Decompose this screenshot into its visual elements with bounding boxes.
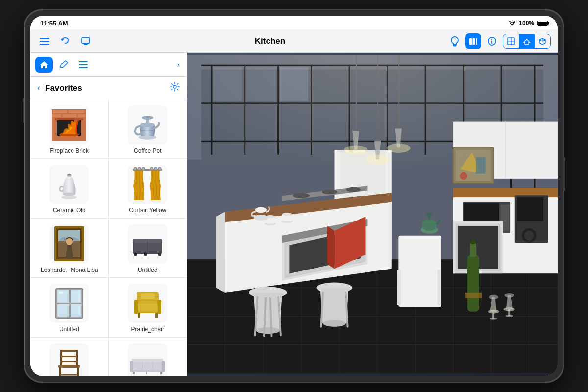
item-label: Ceramic Old xyxy=(53,207,86,214)
tab-list[interactable] xyxy=(74,57,92,73)
item-label: Untitled xyxy=(138,267,158,273)
svg-rect-211 xyxy=(467,254,479,311)
list-item[interactable]: Curtain Yellow xyxy=(109,159,187,218)
list-item[interactable]: Untitled xyxy=(30,278,109,337)
panel-header-title: Favorites xyxy=(45,83,170,93)
item-label: Coffee Pot xyxy=(134,147,161,154)
volume-button[interactable] xyxy=(23,98,24,122)
item-label: Curtain Yellow xyxy=(129,207,166,214)
tab-home[interactable] xyxy=(35,57,53,73)
items-grid: Fireplace Brick xyxy=(30,99,187,376)
display-button[interactable] xyxy=(78,34,93,49)
svg-point-33 xyxy=(61,196,77,199)
svg-rect-214 xyxy=(465,293,482,298)
battery-icon xyxy=(537,21,548,26)
svg-rect-210 xyxy=(438,270,441,305)
left-panel: › ‹ Favorites xyxy=(30,53,187,376)
battery-percent: 100% xyxy=(519,20,534,26)
floorplan-toggle[interactable] xyxy=(503,34,519,48)
svg-point-41 xyxy=(150,167,153,170)
svg-rect-7 xyxy=(476,38,477,45)
svg-point-43 xyxy=(158,167,161,170)
menu-button[interactable] xyxy=(37,34,52,49)
device-frame: 11:55 AM 100% xyxy=(24,10,564,382)
item-label: Untitled xyxy=(59,326,79,333)
svg-rect-86 xyxy=(60,374,78,376)
svg-point-197 xyxy=(256,327,280,334)
item-preview-sofa3x xyxy=(128,343,167,376)
svg-rect-99 xyxy=(146,372,147,374)
item-label: Prairie_chair xyxy=(131,326,164,333)
svg-rect-98 xyxy=(160,372,162,374)
svg-rect-71 xyxy=(157,300,161,314)
svg-rect-72 xyxy=(138,304,158,312)
page-title: Kitchen xyxy=(98,36,442,46)
svg-rect-4 xyxy=(82,38,90,43)
list-item[interactable]: Fireplace Brick xyxy=(30,99,109,159)
tab-edit[interactable] xyxy=(55,57,73,73)
svg-rect-22 xyxy=(52,114,61,117)
svg-rect-24 xyxy=(78,114,85,117)
svg-rect-23 xyxy=(63,114,76,117)
svg-point-222 xyxy=(504,293,514,298)
panel-header: ‹ Favorites xyxy=(30,77,187,99)
kitchen-3d-view[interactable] xyxy=(187,53,558,376)
svg-rect-91 xyxy=(153,362,162,370)
item-label: Fireplace Brick xyxy=(50,147,89,154)
list-item[interactable]: Prairie_chair xyxy=(109,278,187,337)
svg-rect-3 xyxy=(40,44,49,45)
svg-rect-92 xyxy=(133,359,142,362)
nav-left xyxy=(37,34,93,49)
home3d-toggle[interactable] xyxy=(519,34,535,48)
item-label: Leonardo - Mona Lisa xyxy=(41,267,98,273)
list-item[interactable]: Leonardo - Mona Lisa xyxy=(30,219,109,278)
power-button[interactable] xyxy=(563,157,565,191)
svg-rect-6 xyxy=(473,38,475,45)
box3d-toggle[interactable] xyxy=(535,34,550,48)
svg-point-42 xyxy=(154,167,157,170)
nav-right xyxy=(447,33,551,49)
svg-point-32 xyxy=(146,116,149,118)
svg-rect-5 xyxy=(469,38,472,45)
svg-rect-57 xyxy=(158,253,161,256)
svg-point-39 xyxy=(138,167,141,170)
list-item[interactable]: Untitled xyxy=(109,219,187,278)
panel-more-button[interactable]: › xyxy=(175,58,182,71)
svg-point-40 xyxy=(142,167,145,170)
svg-point-0 xyxy=(512,24,513,25)
svg-rect-21 xyxy=(69,110,84,113)
svg-point-224 xyxy=(505,315,513,317)
panel-settings-button[interactable] xyxy=(170,82,180,94)
time-display: 11:55 AM xyxy=(40,20,68,27)
svg-point-204 xyxy=(323,320,346,327)
list-item[interactable]: Sofa3x_amazing xyxy=(109,338,187,376)
svg-rect-81 xyxy=(60,356,78,357)
status-bar: 11:55 AM 100% xyxy=(30,16,558,29)
undo-button[interactable] xyxy=(58,34,73,49)
svg-rect-209 xyxy=(397,270,401,305)
svg-rect-37 xyxy=(133,169,162,171)
svg-point-17 xyxy=(173,85,176,88)
svg-rect-82 xyxy=(60,361,78,362)
svg-rect-55 xyxy=(148,239,161,243)
list-item[interactable]: Coffee Pot xyxy=(109,99,187,159)
svg-rect-95 xyxy=(130,361,133,372)
info-button[interactable] xyxy=(484,33,500,49)
item-preview-untitled-window xyxy=(49,284,89,323)
lightbulb-button[interactable] xyxy=(447,33,463,49)
svg-rect-232 xyxy=(187,55,558,245)
library-button[interactable] xyxy=(466,33,481,49)
svg-rect-94 xyxy=(153,359,162,362)
svg-rect-2 xyxy=(40,41,49,42)
svg-point-217 xyxy=(489,295,498,300)
list-item[interactable]: Ceramic Old xyxy=(30,159,109,218)
svg-rect-70 xyxy=(134,300,138,314)
item-preview-untitled-sofa xyxy=(128,224,167,264)
panel-back-button[interactable]: ‹ xyxy=(37,83,40,93)
svg-point-9 xyxy=(491,39,492,40)
svg-point-219 xyxy=(490,318,497,320)
svg-rect-97 xyxy=(133,372,135,374)
list-item[interactable]: Chair_002 xyxy=(30,338,109,376)
svg-rect-65 xyxy=(58,305,68,316)
device-screen: 11:55 AM 100% xyxy=(30,16,558,376)
